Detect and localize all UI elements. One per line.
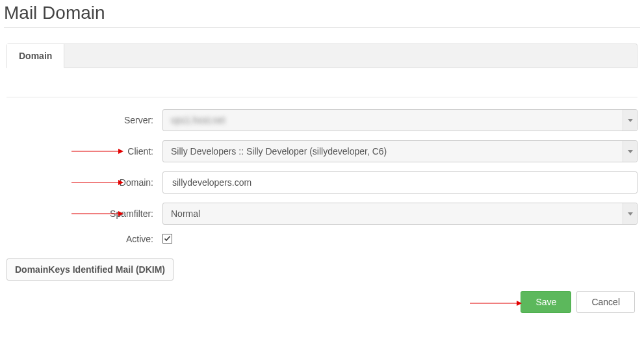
check-icon: [164, 235, 171, 242]
spamfilter-label: Spamfilter:: [6, 208, 162, 219]
save-button[interactable]: Save: [521, 291, 571, 313]
active-checkbox[interactable]: [162, 234, 172, 244]
spamfilter-select[interactable]: Normal: [162, 203, 638, 225]
row-server: Server: vps1.host.net: [6, 109, 638, 131]
domain-input-wrap: [162, 171, 638, 194]
row-spamfilter: Spamfilter: Normal: [6, 203, 638, 225]
row-client: Client: Silly Developers :: Silly Develo…: [6, 140, 638, 162]
active-label: Active:: [6, 234, 162, 244]
row-domain: Domain:: [6, 171, 638, 194]
dkim-button-label: DomainKeys Identified Mail (DKIM): [15, 264, 165, 275]
domain-label: Domain:: [6, 177, 162, 188]
server-select[interactable]: vps1.host.net: [162, 109, 638, 131]
server-value: vps1.host.net: [171, 115, 225, 125]
server-label: Server:: [6, 115, 162, 125]
save-button-label: Save: [535, 297, 556, 307]
section-divider: [6, 97, 638, 97]
page-title: Mail Domain: [4, 3, 640, 28]
chevron-down-icon: [623, 141, 637, 162]
tab-domain[interactable]: Domain: [7, 44, 64, 68]
cancel-button-label: Cancel: [591, 297, 620, 307]
spamfilter-value: Normal: [171, 208, 200, 219]
tab-bar: Domain: [6, 44, 638, 68]
dkim-button[interactable]: DomainKeys Identified Mail (DKIM): [6, 258, 174, 281]
chevron-down-icon: [623, 203, 637, 224]
domain-panel: Domain Server: vps1.host.net: [4, 44, 640, 326]
client-select[interactable]: Silly Developers :: Silly Developer (sil…: [162, 140, 638, 162]
row-active: Active:: [6, 234, 638, 244]
client-label: Client:: [6, 146, 162, 157]
cancel-button[interactable]: Cancel: [576, 291, 635, 313]
domain-input[interactable]: [171, 172, 629, 193]
client-value: Silly Developers :: Silly Developer (sil…: [171, 146, 387, 157]
form-footer: Save Cancel: [6, 288, 638, 318]
chevron-down-icon: [623, 110, 637, 131]
arrow-annotation-icon: [470, 300, 522, 307]
tab-domain-body: Server: vps1.host.net Client:: [4, 68, 640, 326]
tab-domain-label: Domain: [19, 51, 52, 61]
